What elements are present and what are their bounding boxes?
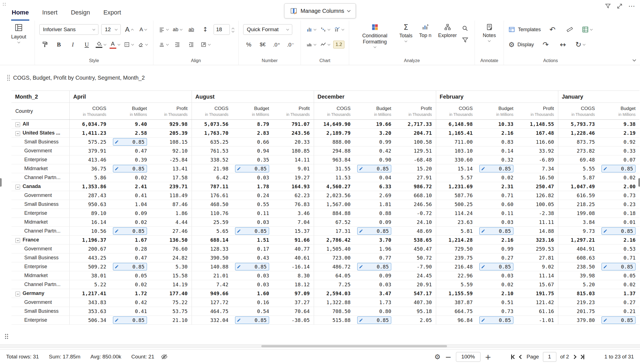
data-cell[interactable]: 5.22: [69, 280, 110, 289]
data-cell[interactable]: 0.21: [599, 307, 639, 316]
data-cell[interactable]: 387.87: [436, 298, 477, 307]
editable-cell[interactable]: 0.85: [113, 263, 147, 270]
data-cell[interactable]: 0.54: [232, 307, 273, 316]
data-cell[interactable]: 323.16: [517, 236, 558, 245]
data-cell[interactable]: 330.60: [436, 155, 477, 164]
data-cell[interactable]: 76.60: [151, 245, 192, 253]
tab-export[interactable]: Export: [103, 7, 122, 21]
data-cell[interactable]: 199.08: [558, 209, 599, 218]
data-cell[interactable]: 379.91: [69, 146, 110, 155]
data-cell[interactable]: 338.52: [192, 155, 232, 164]
sparkline-button[interactable]: [319, 39, 330, 50]
data-cell[interactable]: 9.01: [273, 164, 314, 173]
data-cell[interactable]: 0.85: [599, 227, 639, 236]
row-label[interactable]: Government: [11, 146, 69, 155]
data-cell[interactable]: 0.85: [232, 164, 273, 173]
measure-header[interactable]: Budgetin Millions: [232, 103, 273, 120]
data-cell[interactable]: 6,148.98: [436, 120, 477, 129]
zoom-settings-icon[interactable]: ⚙: [434, 353, 441, 360]
data-cell[interactable]: 205.39: [151, 129, 192, 138]
editable-cell[interactable]: 0.85: [602, 227, 636, 235]
month-header[interactable]: April: [69, 91, 192, 103]
data-cell[interactable]: 0.07: [599, 155, 639, 164]
format-painter-button[interactable]: [39, 39, 50, 50]
country-header[interactable]: Country: [11, 103, 69, 120]
data-cell[interactable]: 0.41: [110, 191, 151, 200]
collapse-toggle[interactable]: −: [15, 131, 20, 136]
data-cell[interactable]: 17.31: [314, 227, 354, 236]
data-cell[interactable]: 219.23: [558, 298, 599, 307]
filter-icon[interactable]: [462, 37, 468, 43]
data-cell[interactable]: 407.30: [395, 298, 436, 307]
data-cell[interactable]: 1,228.46: [558, 129, 599, 138]
waterfall-chart-button[interactable]: [319, 24, 330, 35]
data-cell[interactable]: 50.72: [395, 253, 436, 262]
data-cell[interactable]: 128.33: [192, 245, 232, 253]
data-cell[interactable]: 1.37: [599, 289, 639, 298]
data-cell[interactable]: 2.00: [599, 182, 639, 191]
decrease-decimal-button[interactable]: .0⁻: [285, 39, 296, 50]
data-cell[interactable]: 87.46: [151, 200, 192, 209]
data-cell[interactable]: 27.91: [395, 173, 436, 182]
data-cell[interactable]: -1.01: [517, 316, 558, 325]
data-cell[interactable]: 0.03: [477, 218, 517, 227]
data-cell[interactable]: 500.25: [436, 200, 477, 209]
data-cell[interactable]: 708.50: [314, 307, 354, 316]
data-cell[interactable]: 884.88: [314, 209, 354, 218]
data-cell[interactable]: 95.18: [395, 307, 436, 316]
search-icon[interactable]: [462, 25, 468, 32]
data-cell[interactable]: 121.42: [517, 298, 558, 307]
row-label[interactable]: Enterprise: [11, 155, 69, 164]
area-chart-button[interactable]: [305, 39, 317, 50]
data-cell[interactable]: 0.73: [599, 191, 639, 200]
data-cell[interactable]: 180.85: [273, 146, 314, 155]
page-number-input[interactable]: [543, 352, 556, 362]
data-cell[interactable]: 0.85: [232, 316, 273, 325]
data-cell[interactable]: 201.75: [558, 307, 599, 316]
data-cell[interactable]: 0.03: [477, 271, 517, 280]
previous-page-button[interactable]: [520, 355, 523, 358]
data-cell[interactable]: 176.61: [192, 191, 232, 200]
data-cell[interactable]: 21.98: [192, 164, 232, 173]
row-label[interactable]: Government: [11, 245, 69, 253]
data-cell[interactable]: 2,786.42: [314, 236, 354, 245]
data-cell[interactable]: 0.55: [232, 200, 273, 209]
data-cell[interactable]: 0.42: [354, 146, 395, 155]
editable-cell[interactable]: 0.85: [357, 165, 391, 172]
wrap-text-button[interactable]: ab: [172, 24, 183, 35]
font-family-select[interactable]: Inforiver Sans: [39, 24, 98, 35]
data-cell[interactable]: 0.53: [599, 245, 639, 253]
data-cell[interactable]: 36.75: [69, 164, 110, 173]
data-cell[interactable]: 2,717.33: [395, 120, 436, 129]
measure-header[interactable]: Budgetin Millions: [477, 103, 517, 120]
data-cell[interactable]: 635.25: [192, 138, 232, 146]
data-cell[interactable]: 127.72: [192, 298, 232, 307]
data-cell[interactable]: 547.17: [395, 289, 436, 298]
data-cell[interactable]: 14,649.90: [314, 120, 354, 129]
data-cell[interactable]: 3.47: [354, 289, 395, 298]
data-cell[interactable]: 0.85: [354, 262, 395, 271]
row-label[interactable]: Small Business: [11, 138, 69, 146]
data-cell[interactable]: 0.99: [354, 138, 395, 146]
row-label[interactable]: −France: [11, 236, 69, 245]
data-cell[interactable]: 22.96: [436, 271, 477, 280]
data-cell[interactable]: 723.00: [314, 253, 354, 262]
last-page-button[interactable]: [580, 355, 584, 359]
refresh-button[interactable]: ↻: [575, 39, 586, 50]
data-cell[interactable]: 140.88: [192, 262, 232, 271]
month-header[interactable]: August: [192, 91, 314, 103]
editable-cell[interactable]: 0.85: [235, 263, 269, 270]
drag-handle-icon[interactable]: [7, 75, 10, 81]
data-cell[interactable]: 0.32: [477, 155, 517, 164]
drag-handle-icon[interactable]: [5, 334, 8, 339]
data-cell[interactable]: 587.76: [436, 191, 477, 200]
data-cell[interactable]: 1.51: [232, 236, 273, 245]
totals-button[interactable]: Σ Totals: [396, 23, 416, 42]
increase-font-button[interactable]: A: [124, 24, 135, 35]
data-cell[interactable]: 949.66: [192, 289, 232, 298]
data-cell[interactable]: 3.70: [354, 236, 395, 245]
data-cell[interactable]: 0.85: [477, 164, 517, 173]
data-cell[interactable]: 1,411.23: [69, 129, 110, 138]
data-cell[interactable]: 0.71: [477, 191, 517, 200]
data-cell[interactable]: 0.51: [477, 298, 517, 307]
